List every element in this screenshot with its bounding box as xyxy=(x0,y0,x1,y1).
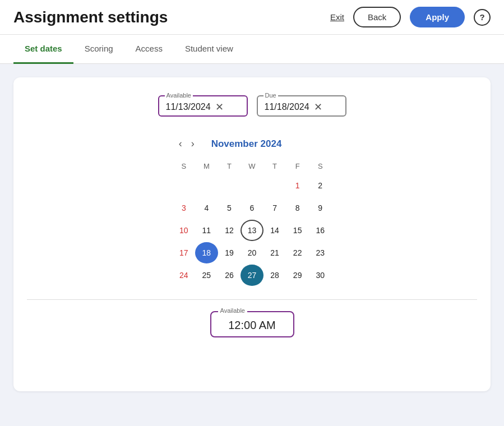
calendar-nav-group: ‹ › xyxy=(175,137,198,151)
calendar-week-1: 1 2 xyxy=(173,175,332,196)
page-title: Assignment settings xyxy=(13,8,168,26)
day-7[interactable]: 7 xyxy=(263,197,286,219)
day-empty-1 xyxy=(173,175,196,196)
day-19[interactable]: 19 xyxy=(218,242,241,263)
day-10[interactable]: 10 xyxy=(173,220,196,241)
day-5[interactable]: 5 xyxy=(218,197,241,219)
day-empty-2 xyxy=(195,175,218,196)
time-field[interactable]: Available 12:00 AM xyxy=(210,311,294,337)
day-4[interactable]: 4 xyxy=(195,197,218,219)
available-date-label: Available xyxy=(165,92,193,99)
dow-m: M xyxy=(195,160,218,173)
day-13[interactable]: 13 xyxy=(241,220,263,241)
apply-button[interactable]: Apply xyxy=(410,7,465,27)
time-field-label: Available xyxy=(218,307,247,314)
calendar-week-5: 24 25 26 27 28 29 30 xyxy=(173,265,332,286)
due-date-value-row: 11/18/2024 ✕ xyxy=(265,100,339,112)
tab-access[interactable]: Access xyxy=(124,35,174,64)
dow-w: W xyxy=(241,160,263,173)
header: Assignment settings Exit Back Apply ? xyxy=(0,0,504,35)
day-15[interactable]: 15 xyxy=(286,220,309,241)
day-14[interactable]: 14 xyxy=(263,220,286,241)
due-date-value: 11/18/2024 xyxy=(265,102,309,112)
calendar-month-year: November 2024 xyxy=(211,138,282,150)
dow-t1: T xyxy=(218,160,241,173)
card: Available 11/13/2024 ✕ Due 11/18/2024 ✕ … xyxy=(13,77,491,391)
day-16[interactable]: 16 xyxy=(309,220,332,241)
day-6[interactable]: 6 xyxy=(241,197,263,219)
available-date-clear[interactable]: ✕ xyxy=(215,102,224,112)
calendar-week-2: 3 4 5 6 7 8 9 xyxy=(173,197,332,219)
next-month-button[interactable]: › xyxy=(188,137,198,151)
dow-s1: S xyxy=(173,160,196,173)
day-20[interactable]: 20 xyxy=(241,242,263,263)
exit-button[interactable]: Exit xyxy=(330,12,344,22)
day-18[interactable]: 18 xyxy=(195,242,218,263)
time-field-value: 12:00 AM xyxy=(228,317,276,332)
day-23[interactable]: 23 xyxy=(309,242,332,263)
available-date-value-row: 11/13/2024 ✕ xyxy=(166,100,240,112)
main-content: Available 11/13/2024 ✕ Due 11/18/2024 ✕ … xyxy=(0,64,504,405)
dow-s2: S xyxy=(309,160,332,173)
day-25[interactable]: 25 xyxy=(195,265,218,286)
prev-month-button[interactable]: ‹ xyxy=(175,137,186,151)
tab-student-view[interactable]: Student view xyxy=(174,35,244,64)
calendar-grid: S M T W T F S 1 xyxy=(173,160,332,286)
available-date-value: 11/13/2024 xyxy=(166,102,211,112)
calendar-week-3: 10 11 12 13 14 15 16 xyxy=(173,220,332,241)
tabs-bar: Set dates Scoring Access Student view xyxy=(0,35,504,64)
day-27[interactable]: 27 xyxy=(241,265,263,286)
calendar-container: ‹ › November 2024 S M T W T F S xyxy=(168,128,336,295)
due-date-field[interactable]: Due 11/18/2024 ✕ xyxy=(257,95,346,117)
day-empty-3 xyxy=(218,175,241,196)
day-12[interactable]: 12 xyxy=(218,220,241,241)
day-2[interactable]: 2 xyxy=(309,175,332,196)
dow-f: F xyxy=(286,160,309,173)
day-30[interactable]: 30 xyxy=(309,265,332,286)
day-22[interactable]: 22 xyxy=(286,242,309,263)
tab-set-dates[interactable]: Set dates xyxy=(13,35,73,64)
calendar-week-4: 17 18 19 20 21 22 23 xyxy=(173,242,332,263)
tab-scoring[interactable]: Scoring xyxy=(73,35,124,64)
header-actions: Exit Back Apply ? xyxy=(330,7,491,27)
day-28[interactable]: 28 xyxy=(263,265,286,286)
day-21[interactable]: 21 xyxy=(263,242,286,263)
day-3[interactable]: 3 xyxy=(173,197,196,219)
dow-t2: T xyxy=(263,160,286,173)
day-17[interactable]: 17 xyxy=(173,242,196,263)
day-empty-4 xyxy=(241,175,263,196)
day-26[interactable]: 26 xyxy=(218,265,241,286)
help-button[interactable]: ? xyxy=(474,9,491,26)
due-date-label: Due xyxy=(263,92,278,99)
time-section: Available 12:00 AM xyxy=(27,300,477,353)
day-empty-5 xyxy=(263,175,286,196)
back-button[interactable]: Back xyxy=(353,7,401,27)
date-fields-row: Available 11/13/2024 ✕ Due 11/18/2024 ✕ xyxy=(158,95,346,117)
day-9[interactable]: 9 xyxy=(309,197,332,219)
calendar-weeks: 1 2 3 4 5 6 7 8 9 10 xyxy=(173,175,332,286)
day-11[interactable]: 11 xyxy=(195,220,218,241)
available-date-field[interactable]: Available 11/13/2024 ✕ xyxy=(158,95,248,117)
due-date-clear[interactable]: ✕ xyxy=(314,102,322,112)
day-1[interactable]: 1 xyxy=(286,175,309,196)
day-8[interactable]: 8 xyxy=(286,197,309,219)
calendar-dow-row: S M T W T F S xyxy=(173,160,332,173)
calendar-header: ‹ › November 2024 xyxy=(173,137,332,151)
day-24[interactable]: 24 xyxy=(173,265,196,286)
day-29[interactable]: 29 xyxy=(286,265,309,286)
